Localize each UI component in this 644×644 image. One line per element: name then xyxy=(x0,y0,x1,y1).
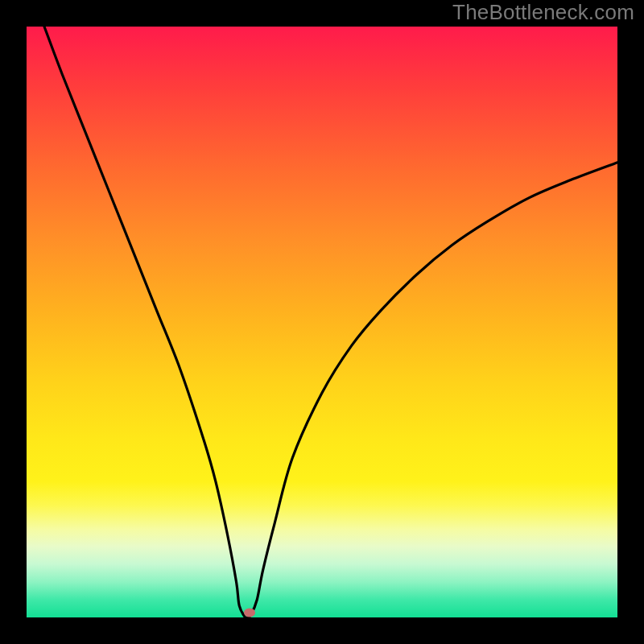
bottleneck-curve xyxy=(44,27,617,617)
chart-frame: TheBottleneck.com xyxy=(0,0,644,644)
plot-area xyxy=(27,27,617,617)
min-marker xyxy=(244,609,255,617)
watermark-text: TheBottleneck.com xyxy=(452,0,634,25)
curve-svg xyxy=(27,27,617,617)
